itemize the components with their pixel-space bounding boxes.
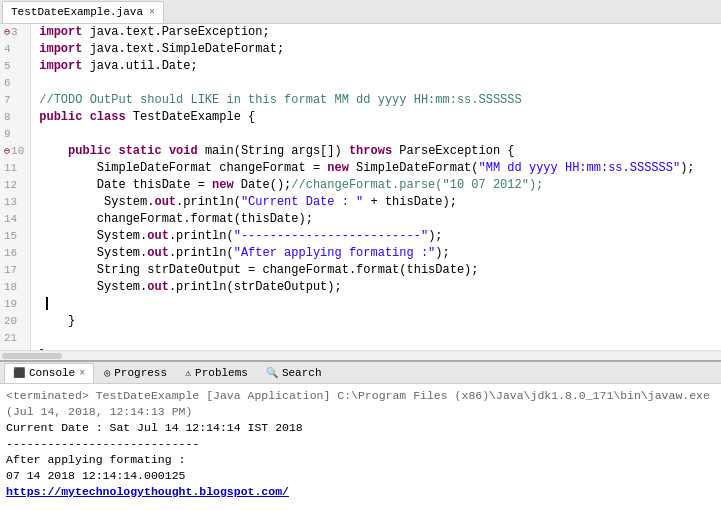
line-number: 20 <box>4 313 24 330</box>
line-number: 17 <box>4 262 24 279</box>
problems-icon: ⚠ <box>185 367 191 379</box>
line-number: 4 <box>4 41 24 58</box>
code-editor: ⊖3456789⊖10111213141516171819202122 impo… <box>0 24 721 360</box>
progress-tab-label: Progress <box>114 367 167 379</box>
line-number: 16 <box>4 245 24 262</box>
horizontal-scrollbar[interactable] <box>0 350 721 360</box>
console-output-line: After applying formating : <box>6 452 715 468</box>
line-number: 5 <box>4 58 24 75</box>
code-line: System.out.println(strDateOutput); <box>39 279 721 296</box>
code-line: System.out.println("Current Date : " + t… <box>39 194 721 211</box>
line-number: 7 <box>4 92 24 109</box>
code-line: public class TestDateExample { <box>39 109 721 126</box>
code-line: import java.text.SimpleDateFormat; <box>39 41 721 58</box>
code-line: System.out.println("After applying forma… <box>39 245 721 262</box>
scrollbar-thumb[interactable] <box>2 353 62 359</box>
tab-close-button[interactable]: × <box>149 7 155 18</box>
tab-bar: TestDateExample.java × <box>0 0 721 24</box>
text-cursor <box>46 297 48 310</box>
code-line: changeFormat.format(thisDate); <box>39 211 721 228</box>
line-number: 6 <box>4 75 24 92</box>
line-numbers: ⊖3456789⊖10111213141516171819202122 <box>0 24 31 350</box>
progress-tab[interactable]: ◎ Progress <box>96 363 175 383</box>
code-line: System.out.println("--------------------… <box>39 228 721 245</box>
line-number: ⊖3 <box>4 24 24 41</box>
console-icon: ⬛ <box>13 367 25 379</box>
terminated-line: <terminated> TestDateExample [Java Appli… <box>6 388 715 420</box>
code-line: //TODO OutPut should LIKE in this format… <box>39 92 721 109</box>
line-number: 8 <box>4 109 24 126</box>
search-icon: 🔍 <box>266 367 278 379</box>
code-content[interactable]: import java.text.ParseException;import j… <box>31 24 721 350</box>
line-number: 19 <box>4 296 24 313</box>
line-number: ⊖10 <box>4 143 24 160</box>
code-line <box>39 126 721 143</box>
line-number: 14 <box>4 211 24 228</box>
console-tab-close[interactable]: × <box>79 368 85 379</box>
blog-link[interactable]: https://mytechnologythought.blogspot.com… <box>6 485 289 498</box>
console-output: Current Date : Sat Jul 14 12:14:14 IST 2… <box>6 420 715 484</box>
code-line: } <box>39 313 721 330</box>
line-number: 18 <box>4 279 24 296</box>
line-number: 9 <box>4 126 24 143</box>
code-line: import java.text.ParseException; <box>39 24 721 41</box>
line-number: 12 <box>4 177 24 194</box>
problems-tab[interactable]: ⚠ Problems <box>177 363 256 383</box>
console-output-line: Current Date : Sat Jul 14 12:14:14 IST 2… <box>6 420 715 436</box>
file-tab[interactable]: TestDateExample.java × <box>2 1 164 23</box>
console-output-line: 07 14 2018 12:14:14.000125 <box>6 468 715 484</box>
file-tab-label: TestDateExample.java <box>11 6 143 18</box>
line-number: 11 <box>4 160 24 177</box>
blog-link-line: https://mytechnologythought.blogspot.com… <box>6 484 715 500</box>
code-line: import java.util.Date; <box>39 58 721 75</box>
code-area[interactable]: ⊖3456789⊖10111213141516171819202122 impo… <box>0 24 721 350</box>
code-line: String strDateOutput = changeFormat.form… <box>39 262 721 279</box>
progress-icon: ◎ <box>104 367 110 379</box>
code-line <box>39 75 721 92</box>
line-number: 13 <box>4 194 24 211</box>
problems-tab-label: Problems <box>195 367 248 379</box>
console-body: <terminated> TestDateExample [Java Appli… <box>0 384 721 510</box>
code-line: public static void main(String args[]) t… <box>39 143 721 160</box>
code-line: Date thisDate = new Date();//changeForma… <box>39 177 721 194</box>
search-tab[interactable]: 🔍 Search <box>258 363 330 383</box>
console-tab-label: Console <box>29 367 75 379</box>
code-line <box>39 330 721 347</box>
console-header: ⬛ Console × ◎ Progress ⚠ Problems 🔍 Sear… <box>0 360 721 384</box>
code-line: SimpleDateFormat changeFormat = new Simp… <box>39 160 721 177</box>
search-tab-label: Search <box>282 367 322 379</box>
line-number: 21 <box>4 330 24 347</box>
console-output-line: ---------------------------- <box>6 436 715 452</box>
code-line <box>39 296 721 313</box>
line-number: 15 <box>4 228 24 245</box>
console-tab-active[interactable]: ⬛ Console × <box>4 363 94 383</box>
